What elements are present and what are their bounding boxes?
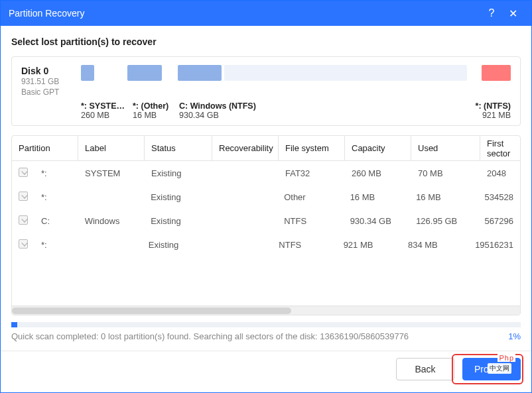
scan-progress-fill [11,322,17,327]
back-button[interactable]: Back [396,358,454,380]
cell-capacity: 921 MB [337,240,401,250]
proceed-button[interactable]: Proceed [462,358,521,380]
col-capacity[interactable]: Capacity [345,136,411,160]
cell-partition: *: [34,192,78,202]
cell-first-sector: 567296 [478,216,520,226]
disk-segment-other[interactable] [127,65,162,81]
disk-type: Basic GPT [21,87,78,98]
disk-label-system: *: SYSTE… 260 MB [81,101,133,120]
disk-label-ntfs: *: (NTFS) 921 MB [464,101,511,120]
col-recoverability[interactable]: Recoverability [212,136,279,160]
table-row[interactable]: *: Existing Other 16 MB 16 MB 534528 [12,185,520,209]
cell-first-sector: 2048 [480,168,520,178]
footer: Back Proceed Php 中文网 [11,358,521,380]
cell-status: Existing [142,240,208,250]
scan-status-line: Quick scan completed: 0 lost partition(s… [11,331,521,341]
disk-segment-windows[interactable] [224,65,467,81]
disk-labels: *: SYSTE… 260 MB *: (Other) 16 MB C: Win… [81,101,511,120]
scrollbar-thumb[interactable] [12,308,291,314]
row-checkbox[interactable] [19,192,28,201]
cell-status: Existing [144,216,211,226]
cell-label: SYSTEM [78,168,145,178]
cell-filesystem: Other [277,192,343,202]
cell-status: Existing [144,192,211,202]
cell-capacity: 260 MB [345,168,411,178]
row-checkbox[interactable] [19,239,28,249]
cell-first-sector: 534528 [478,192,520,202]
disk-segment-ntfs[interactable] [482,65,511,81]
close-icon[interactable]: ✕ [502,7,523,20]
col-filesystem[interactable]: File system [279,136,345,160]
disk-info: Disk 0 931.51 GB Basic GPT [21,65,78,97]
disk-bars [81,65,511,81]
col-label[interactable]: Label [78,136,145,160]
cell-partition: *: [34,240,77,250]
disk-row: Disk 0 931.51 GB Basic GPT [21,65,511,97]
col-partition[interactable]: Partition [12,136,78,160]
disk-panel: Disk 0 931.51 GB Basic GPT *: SY [11,56,521,126]
cell-capacity: 16 MB [344,192,409,202]
col-used[interactable]: Used [411,136,480,160]
table-row[interactable]: *: SYSTEM Existing FAT32 260 MB 70 MB 20… [12,161,520,185]
cell-status: Existing [145,168,212,178]
cell-used: 16 MB [409,192,478,202]
cell-first-sector: 19516231 [468,240,520,250]
window: Partition Recovery ? ✕ Select lost parti… [0,0,532,393]
instruction-text: Select lost partition(s) to recover [11,36,521,47]
cell-used: 70 MB [411,168,480,178]
col-status[interactable]: Status [145,136,212,160]
cell-partition: C: [34,216,78,226]
partition-table: Partition Label Status Recoverability Fi… [11,135,521,315]
disk-label-windows: C: Windows (NTFS) 930.34 GB [179,101,464,120]
col-first-sector[interactable]: First sector [480,136,520,160]
help-icon[interactable]: ? [481,7,502,19]
scan-status-percent: 1% [508,331,521,341]
cell-filesystem: FAT32 [279,168,345,178]
window-body: Select lost partition(s) to recover Disk… [1,26,531,392]
disk-label-other: *: (Other) 16 MB [133,101,179,120]
cell-used: 126.95 GB [409,216,478,226]
table-body: *: SYSTEM Existing FAT32 260 MB 70 MB 20… [12,161,520,306]
table-row[interactable]: C: Windows Existing NTFS 930.34 GB 126.9… [12,209,520,233]
cell-filesystem: NTFS [277,216,343,226]
disk-segment-system[interactable] [81,65,94,81]
titlebar: Partition Recovery ? ✕ [1,1,531,26]
disk-segment-windows-head[interactable] [178,65,222,81]
footer-separator [1,351,531,351]
row-checkbox[interactable] [19,215,28,225]
disk-size: 931.51 GB [21,77,78,87]
row-checkbox[interactable] [19,168,28,177]
table-header: Partition Label Status Recoverability Fi… [12,136,520,161]
disk-name: Disk 0 [21,65,78,77]
cell-used: 834 MB [401,240,468,250]
horizontal-scrollbar[interactable] [12,306,520,315]
scan-progress-bar [11,322,521,327]
cell-filesystem: NTFS [272,240,336,250]
cell-partition: *: [34,168,78,178]
cell-capacity: 930.34 GB [344,216,409,226]
cell-label: Windows [78,216,144,226]
table-row[interactable]: *: Existing NTFS 921 MB 834 MB 19516231 [12,233,520,256]
scan-status-text: Quick scan completed: 0 lost partition(s… [11,331,508,341]
window-title: Partition Recovery [9,8,481,19]
